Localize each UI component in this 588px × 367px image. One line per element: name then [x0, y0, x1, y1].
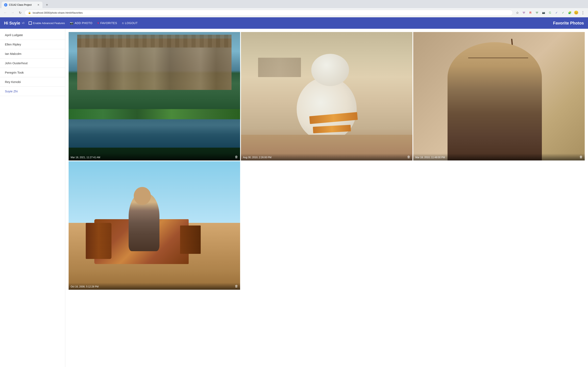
sidebar-item-ian-malcolm[interactable]: Ian Malcolm: [0, 49, 65, 58]
profile-icon[interactable]: 😊: [573, 10, 579, 16]
enable-advanced-features-button[interactable]: Enable Advanced Features: [29, 21, 65, 25]
navbar-version: v0: [22, 22, 25, 25]
favorites-button[interactable]: ♥ FAVORITES: [97, 21, 117, 25]
photo-delete-button-1[interactable]: 🗑: [407, 155, 410, 159]
photo-date-1: Aug 30, 2010, 2:26:00 PM: [243, 156, 271, 159]
sidebar-item-label: Rey Kenobi: [5, 80, 21, 83]
extension-icon-3[interactable]: Ψ: [534, 10, 540, 16]
user-sidebar: April Ludgate Ellen Ripley Ian Malcolm J…: [0, 29, 65, 367]
tab-bar: C CS142 Class Project ✕ +: [0, 0, 588, 8]
app-navbar: Hi Suyie v0 Enable Advanced Features 📷 A…: [0, 17, 588, 29]
sidebar-item-john-ousterhout[interactable]: John Ousterhout: [0, 58, 65, 68]
active-tab[interactable]: C CS142 Class Project ✕: [2, 2, 43, 8]
photo-date-0: Mar 18, 2021, 11:27:41 AM: [71, 156, 100, 159]
photo-delete-button-3[interactable]: 🗑: [235, 284, 238, 288]
url-text: localhost:3000/photo-share.html#/favorit…: [33, 11, 509, 14]
add-photo-button[interactable]: 📷 ADD PHOTO: [70, 21, 93, 25]
browser-chrome: C CS142 Class Project ✕ + ← → ↻ 🔒 localh…: [0, 0, 588, 17]
navbar-greeting: Hi Suyie: [4, 21, 20, 25]
photo-grid-container: Mar 18, 2021, 11:27:41 AM 🗑: [65, 29, 588, 367]
photo-delete-button-2[interactable]: 🗑: [579, 155, 583, 159]
photo-tile-2[interactable]: Mar 18, 2010, 11:48:00 PM 🗑: [413, 32, 585, 160]
photo-overlay-0: Mar 18, 2021, 11:27:41 AM 🗑: [69, 154, 240, 160]
sidebar-item-label: Peregrin Took: [5, 71, 24, 74]
main-layout: April Ludgate Ellen Ripley Ian Malcolm J…: [0, 29, 588, 367]
checkbox-icon: [29, 21, 32, 25]
back-icon: ←: [4, 11, 7, 15]
enable-feature-label: Enable Advanced Features: [33, 22, 65, 25]
photo-date-3: Oct 16, 2008, 5:12:28 PM: [71, 285, 99, 288]
back-button[interactable]: ←: [2, 10, 8, 16]
favorites-label: FAVORITES: [100, 21, 117, 25]
photo-overlay-3: Oct 16, 2008, 5:12:28 PM 🗑: [69, 283, 240, 290]
extension-icon-2[interactable]: R: [527, 10, 533, 16]
sidebar-item-suyie-zhi[interactable]: Suyie Zhi: [0, 87, 65, 96]
menu-icon[interactable]: ⋮: [580, 10, 586, 16]
new-tab-button[interactable]: +: [44, 2, 50, 8]
address-bar[interactable]: 🔒 localhost:3000/photo-share.html#/favor…: [25, 10, 513, 16]
sidebar-item-ellen-ripley[interactable]: Ellen Ripley: [0, 40, 65, 49]
heart-icon: ♥: [97, 21, 99, 25]
tab-title: CS142 Class Project: [9, 3, 35, 6]
sidebar-item-label: Suyie Zhi: [5, 90, 18, 93]
sidebar-item-label: Ellen Ripley: [5, 43, 21, 46]
photo-tile-1[interactable]: Aug 30, 2010, 2:26:00 PM 🗑: [241, 32, 412, 160]
extension-icon-4[interactable]: 📷: [541, 10, 546, 16]
logout-button[interactable]: ⎋ LOGOUT: [122, 21, 138, 25]
lock-icon: 🔒: [28, 11, 31, 14]
logout-label: LOGOUT: [125, 21, 138, 25]
photo-grid: Mar 18, 2021, 11:27:41 AM 🗑: [69, 32, 585, 290]
sidebar-item-label: Ian Malcolm: [5, 52, 21, 55]
photo-overlay-2: Mar 18, 2010, 11:48:00 PM 🗑: [413, 154, 585, 160]
refresh-button[interactable]: ↻: [17, 10, 23, 16]
tab-close-button[interactable]: ✕: [37, 3, 40, 7]
sidebar-item-rey-kenobi[interactable]: Rey Kenobi: [0, 77, 65, 87]
extension-icon-7[interactable]: ✓: [560, 10, 566, 16]
sidebar-item-label: April Ludgate: [5, 33, 23, 37]
photo-overlay-1: Aug 30, 2010, 2:26:00 PM 🗑: [241, 154, 412, 160]
extension-icon-8[interactable]: 🧩: [567, 10, 572, 16]
extension-icon-1[interactable]: Ψ: [521, 10, 527, 16]
forward-button[interactable]: →: [10, 10, 16, 16]
page-title: Favorite Photos: [553, 21, 584, 25]
address-bar-row: ← → ↻ 🔒 localhost:3000/photo-share.html#…: [0, 8, 588, 17]
photo-tile-3[interactable]: Oct 16, 2008, 5:12:28 PM 🗑: [69, 161, 240, 290]
extension-icon-5[interactable]: G: [547, 10, 553, 16]
photo-delete-button-0[interactable]: 🗑: [235, 155, 238, 159]
add-photo-label: ADD PHOTO: [75, 21, 92, 25]
camera-icon: 📷: [70, 21, 73, 25]
sidebar-item-april-ludgate[interactable]: April Ludgate: [0, 30, 65, 40]
logout-icon: ⎋: [122, 21, 124, 25]
photo-tile-0[interactable]: Mar 18, 2021, 11:27:41 AM 🗑: [69, 32, 240, 160]
forward-icon: →: [11, 11, 14, 15]
photo-date-2: Mar 18, 2010, 11:48:00 PM: [415, 156, 445, 159]
bookmark-icon[interactable]: ☆: [515, 10, 520, 16]
extension-icon-6[interactable]: ✓: [554, 10, 559, 16]
tab-favicon: C: [4, 3, 7, 7]
refresh-icon: ↻: [19, 11, 21, 15]
sidebar-item-peregrin-took[interactable]: Peregrin Took: [0, 68, 65, 77]
browser-toolbar-icons: ☆ Ψ R Ψ 📷 G ✓ ✓ 🧩 😊 ⋮: [515, 10, 586, 16]
sidebar-item-label: John Ousterhout: [5, 61, 27, 65]
